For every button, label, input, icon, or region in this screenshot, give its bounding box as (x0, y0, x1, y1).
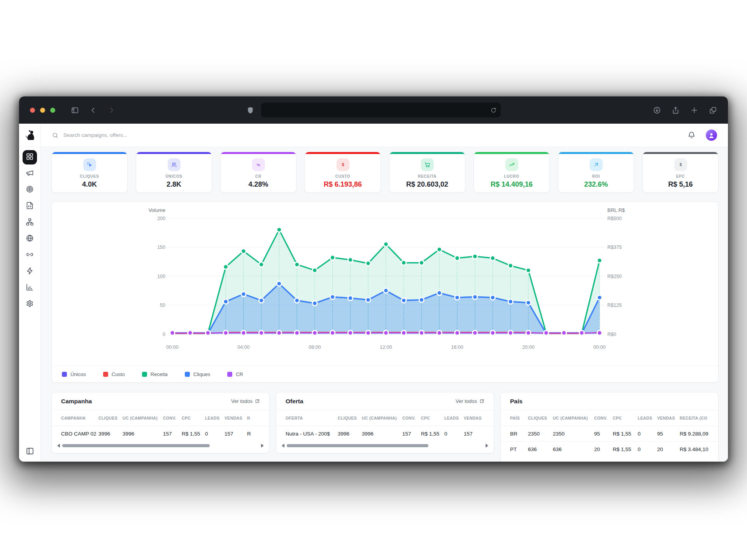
table-row[interactable]: Nutra - USA - 200$39963996157R$ 1,550157 (276, 426, 494, 441)
sidebar-item-links[interactable] (23, 248, 37, 262)
tabs-icon[interactable] (709, 106, 717, 114)
sidebar-item-domains[interactable] (23, 232, 37, 246)
bell-icon[interactable] (687, 131, 696, 139)
scroll-right-arrow[interactable] (261, 444, 264, 448)
stat-value: R$ 14.409,16 (491, 180, 533, 189)
url-bar[interactable] (261, 103, 501, 117)
avatar[interactable] (706, 130, 717, 141)
stat-card-receita[interactable]: RECEITAR$ 20.603,02 (389, 152, 465, 193)
search-placeholder: Search campaigns, offers... (63, 132, 127, 138)
table-cell: 3996 (338, 431, 362, 437)
scrollbar-thumb[interactable] (287, 444, 428, 447)
download-circle-icon[interactable] (653, 106, 661, 114)
scrollbar-track[interactable] (287, 444, 483, 447)
stat-card-cliques[interactable]: CLIQUES4.0K (51, 152, 128, 193)
sidebar-item-landing-pages[interactable] (23, 199, 37, 214)
stat-card-roi[interactable]: ROI232.6% (558, 152, 634, 193)
legend-item-únicos[interactable]: Únicos (62, 371, 86, 377)
legend-swatch (62, 372, 67, 377)
stat-accent-bar (474, 152, 549, 154)
traffic-lights (30, 108, 55, 113)
column-header: CLIQUES (338, 416, 362, 420)
browser-window: Search campaigns, offers... CLIQUES4.0KÚ… (19, 96, 728, 462)
y-axis-left-tick: 100 (157, 274, 165, 279)
column-header: LEADS (205, 416, 224, 420)
table-column-headers: CAMPANHACLIQUESUC (CAMPANHA)CONV.CPCLEAD… (52, 410, 269, 426)
minimize-window-button[interactable] (40, 108, 45, 113)
stat-card-epc[interactable]: $EPCR$ 5,16 (642, 152, 719, 193)
ver-todos-link[interactable]: Ver todos (231, 398, 260, 404)
column-header: VENDAS (657, 416, 680, 420)
shield-icon[interactable] (246, 106, 254, 114)
chevron-left-icon[interactable] (89, 106, 97, 114)
table-row[interactable]: BR2350235095R$ 1,55095R$ 9.288,09 (501, 426, 718, 441)
table-cell: PT (510, 446, 528, 452)
target-icon (26, 185, 34, 195)
ver-todos-link[interactable]: Ver todos (456, 398, 484, 404)
legend-swatch (227, 372, 232, 377)
table-title: Campanha (61, 398, 92, 405)
scrollbar-track[interactable] (62, 444, 259, 447)
horizontal-scrollbar[interactable] (282, 442, 488, 449)
legend-item-cliques[interactable]: Cliques (185, 371, 210, 377)
stat-card-únicos[interactable]: ÚNICOS2.8K (136, 152, 212, 193)
legend-item-receita[interactable]: Receita (142, 371, 168, 377)
table-cell: 20 (657, 446, 680, 452)
table-cell: 2350 (528, 431, 553, 437)
stat-label: RECEITA (418, 174, 437, 178)
table-cell: R$ 1,55 (182, 431, 205, 437)
table-row[interactable]: CBO CAMP 0239963996157R$ 1,550157R (52, 426, 269, 441)
sidebar-item-reports[interactable] (23, 281, 37, 295)
stat-card-lucro[interactable]: LUCROR$ 14.409,16 (473, 152, 550, 193)
sidebar-item-dashboard[interactable] (23, 150, 37, 164)
table-column-headers: OFERTACLIQUESUC (CAMPANHA)CONV.CPCLEADSV… (276, 410, 494, 426)
dashboard-main: CLIQUES4.0KÚNICOS2.8K%CR4.28%$CUSTOR$ 6.… (41, 147, 728, 462)
stat-value: 232.6% (584, 180, 608, 189)
volume-revenue-chart[interactable]: 200R$500150R$375100R$25050R$1250R$0Volum… (52, 202, 718, 366)
stat-card-custo[interactable]: $CUSTOR$ 6.193,86 (305, 152, 381, 193)
column-header: PAÍS (510, 416, 528, 420)
close-window-button[interactable] (30, 108, 35, 113)
scroll-right-arrow[interactable] (486, 444, 488, 448)
column-header: CAMPANHA (61, 416, 98, 420)
column-header: CLIQUES (98, 416, 123, 420)
search-input[interactable]: Search campaigns, offers... (52, 132, 127, 139)
y-axis-left-tick: 200 (157, 216, 165, 221)
scrollbar-thumb[interactable] (62, 444, 210, 447)
reload-icon[interactable] (490, 107, 497, 114)
column-header: RECEITA (CO (680, 416, 718, 420)
chevron-right-icon[interactable] (107, 106, 116, 114)
table-row[interactable]: PT63663620R$ 1,55020R$ 3.484,10 (501, 441, 718, 457)
horizontal-scrollbar[interactable] (57, 442, 264, 449)
table-column-headers: PAÍSCLIQUESUC (CAMPANHA)CONV.CPCLEADSVEN… (501, 410, 718, 426)
stat-accent-bar (305, 152, 381, 154)
stat-card-cr[interactable]: %CR4.28% (220, 152, 296, 193)
table-card-país: PaísPAÍSCLIQUESUC (CAMPANHA)CONV.CPCLEAD… (500, 392, 719, 462)
cart-icon (421, 158, 434, 171)
sidebar-item-automation[interactable] (23, 264, 37, 279)
table-cell: 157 (402, 431, 421, 437)
sidebar-item-offers[interactable] (23, 183, 37, 197)
legend-item-cr[interactable]: CR (227, 371, 243, 377)
panel-sidebar-icon[interactable] (71, 106, 79, 114)
share-icon[interactable] (672, 106, 680, 114)
stat-value: R$ 6.193,86 (324, 180, 362, 189)
column-header: LEADS (638, 416, 657, 420)
scroll-left-arrow[interactable] (57, 444, 60, 448)
dog-logo-icon[interactable] (19, 124, 40, 147)
sidebar-item-flows[interactable] (23, 215, 37, 230)
stat-accent-bar (389, 152, 465, 154)
legend-item-custo[interactable]: Custo (103, 371, 125, 377)
plus-icon[interactable] (690, 106, 698, 114)
y-axis-right-tick: R$375 (607, 245, 622, 250)
sidebar-item-campaigns[interactable] (23, 166, 37, 181)
table-cell: 636 (528, 446, 553, 452)
stat-accent-bar (136, 152, 212, 154)
table-cell: 157 (163, 431, 182, 437)
x-axis-tick: 20:00 (522, 345, 534, 350)
sidebar-item-settings[interactable] (23, 297, 37, 312)
maximize-window-button[interactable] (50, 108, 55, 113)
cursor-click-icon (83, 158, 96, 171)
panel-left-icon[interactable] (26, 447, 34, 455)
scroll-left-arrow[interactable] (282, 444, 284, 448)
